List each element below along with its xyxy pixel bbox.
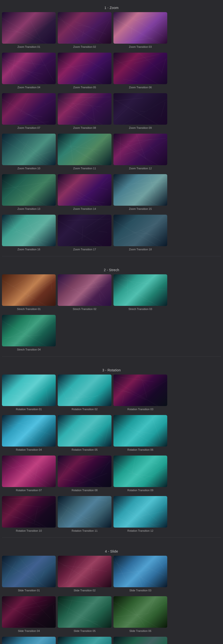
list-item[interactable]: Zoom Transition 14 bbox=[57, 174, 112, 211]
list-item[interactable]: Strech Transition 04 bbox=[1, 315, 57, 352]
svg-line-155 bbox=[35, 465, 38, 480]
list-item[interactable]: Rotation Transition 09 bbox=[112, 456, 168, 492]
svg-line-2 bbox=[5, 30, 24, 33]
svg-line-139 bbox=[32, 418, 44, 426]
list-item[interactable]: Slide Transition 05 bbox=[57, 596, 112, 633]
list-item[interactable]: Slide Transition 09 bbox=[112, 637, 168, 644]
list-item[interactable]: Zoom Transition 12 bbox=[112, 134, 168, 170]
list-item[interactable]: Rotation Transition 02 bbox=[57, 374, 112, 411]
list-item[interactable]: Zoom Transition 10 bbox=[1, 134, 57, 170]
list-item[interactable]: Zoom Transition 01 bbox=[1, 12, 57, 49]
list-item[interactable]: Zoom Transition 03 bbox=[112, 12, 168, 49]
svg-line-95 bbox=[140, 230, 161, 241]
svg-line-118 bbox=[17, 320, 39, 340]
svg-line-212 bbox=[133, 608, 145, 626]
svg-line-136 bbox=[37, 422, 54, 442]
svg-line-157 bbox=[78, 473, 107, 485]
svg-line-187 bbox=[3, 561, 16, 583]
list-item[interactable]: Zoom Transition 06 bbox=[112, 53, 168, 89]
list-item[interactable]: Slide Transition 04 bbox=[1, 596, 57, 633]
list-item[interactable]: Zoom Transition 13 bbox=[1, 174, 57, 211]
list-item[interactable]: Rotation Transition 12 bbox=[112, 496, 168, 533]
list-item[interactable]: Zoom Transition 07 bbox=[1, 93, 57, 130]
item-label: Slide Transition 06 bbox=[113, 629, 167, 633]
list-item[interactable]: Slide Transition 01 bbox=[1, 556, 57, 592]
list-item[interactable]: Slide Transition 06 bbox=[112, 596, 168, 633]
svg-line-196 bbox=[113, 556, 126, 581]
svg-line-122 bbox=[23, 383, 30, 384]
svg-line-189 bbox=[69, 556, 88, 577]
svg-line-125 bbox=[70, 387, 81, 404]
list-item[interactable]: Rotation Transition 01 bbox=[1, 374, 57, 411]
svg-line-48 bbox=[20, 141, 28, 156]
item-label: Strech Transition 02 bbox=[58, 307, 111, 311]
thumbnail bbox=[58, 415, 111, 446]
svg-line-103 bbox=[70, 280, 102, 291]
svg-line-152 bbox=[6, 464, 28, 469]
list-item[interactable]: Rotation Transition 05 bbox=[57, 415, 112, 452]
svg-line-58 bbox=[77, 151, 93, 160]
thumbnail bbox=[58, 274, 111, 306]
list-item[interactable]: Rotation Transition 06 bbox=[112, 415, 168, 452]
svg-line-148 bbox=[126, 425, 145, 436]
svg-line-70 bbox=[101, 178, 108, 184]
list-item[interactable]: Rotation Transition 07 bbox=[1, 456, 57, 492]
svg-line-8 bbox=[82, 30, 84, 37]
svg-line-12 bbox=[131, 26, 132, 34]
svg-line-94 bbox=[132, 232, 156, 235]
svg-line-179 bbox=[135, 502, 158, 521]
list-item[interactable]: Slide Transition 07 bbox=[1, 637, 57, 644]
svg-line-17 bbox=[11, 55, 15, 78]
list-item[interactable]: Zoom Transition 18 bbox=[112, 215, 168, 251]
list-item[interactable]: Rotation Transition 04 bbox=[1, 415, 57, 452]
item-label: Zoom Transition 17 bbox=[58, 248, 111, 251]
svg-line-142 bbox=[87, 426, 101, 431]
thumbnail bbox=[113, 93, 167, 125]
svg-line-76 bbox=[127, 175, 152, 187]
list-item[interactable]: Zoom Transition 16 bbox=[1, 215, 57, 251]
svg-line-52 bbox=[20, 151, 26, 160]
svg-line-211 bbox=[116, 614, 148, 617]
svg-line-68 bbox=[29, 184, 42, 190]
svg-line-150 bbox=[3, 475, 5, 483]
thumbnail bbox=[2, 134, 56, 165]
list-item[interactable]: Strech Transition 03 bbox=[112, 274, 168, 311]
list-item[interactable]: Strech Transition 02 bbox=[57, 274, 112, 311]
list-item[interactable]: Zoom Transition 17 bbox=[57, 215, 112, 251]
svg-line-104 bbox=[77, 286, 108, 290]
list-item[interactable]: Zoom Transition 05 bbox=[57, 53, 112, 89]
svg-line-204 bbox=[16, 626, 25, 628]
list-item[interactable]: Slide Transition 03 bbox=[112, 556, 168, 592]
list-item[interactable]: Zoom Transition 04 bbox=[1, 53, 57, 89]
list-item[interactable]: Zoom Transition 02 bbox=[57, 12, 112, 49]
svg-line-131 bbox=[120, 378, 154, 382]
list-item[interactable]: Slide Transition 08 bbox=[57, 637, 112, 644]
list-item[interactable]: Rotation Transition 03 bbox=[112, 374, 168, 411]
svg-line-69 bbox=[4, 178, 26, 199]
list-item[interactable]: Zoom Transition 15 bbox=[112, 174, 168, 211]
list-item[interactable]: Slide Transition 02 bbox=[57, 556, 112, 592]
svg-line-123 bbox=[58, 383, 67, 400]
list-item[interactable]: Zoom Transition 09 bbox=[112, 93, 168, 130]
item-label: Rotation Transition 05 bbox=[58, 448, 111, 452]
thumbnail bbox=[58, 53, 111, 84]
section-divider bbox=[2, 356, 221, 356]
thumbnail bbox=[113, 415, 167, 446]
svg-line-53 bbox=[63, 137, 95, 156]
svg-line-129 bbox=[117, 390, 131, 392]
list-item[interactable]: Rotation Transition 11 bbox=[57, 496, 112, 533]
svg-line-28 bbox=[139, 53, 162, 72]
svg-line-194 bbox=[158, 560, 164, 569]
svg-line-9 bbox=[125, 38, 153, 42]
list-item[interactable]: Zoom Transition 08 bbox=[57, 93, 112, 130]
svg-line-162 bbox=[88, 456, 108, 458]
svg-line-106 bbox=[121, 275, 136, 285]
list-item[interactable]: Strech Transition 01 bbox=[1, 274, 57, 311]
thumbnail bbox=[2, 53, 56, 84]
svg-line-132 bbox=[138, 376, 149, 387]
list-item[interactable]: Rotation Transition 10 bbox=[1, 496, 57, 533]
svg-line-88 bbox=[99, 231, 107, 232]
list-item[interactable]: Zoom Transition 11 bbox=[57, 134, 112, 170]
item-label: Slide Transition 03 bbox=[113, 588, 167, 592]
list-item[interactable]: Rotation Transition 08 bbox=[57, 456, 112, 492]
